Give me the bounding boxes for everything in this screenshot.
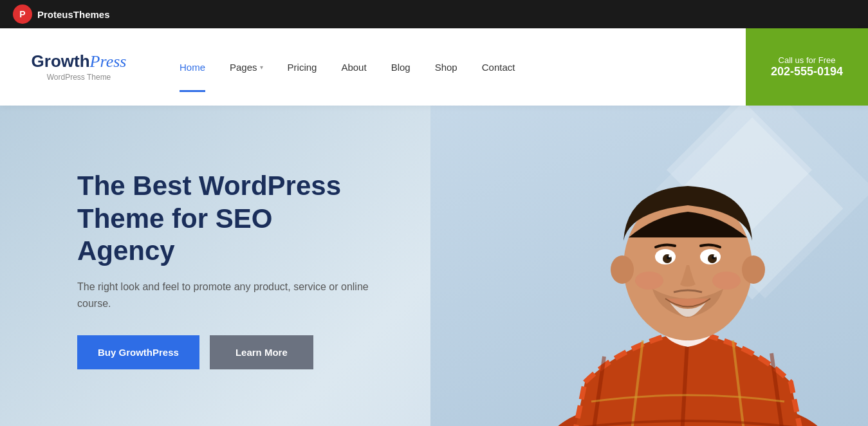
proteus-icon: P bbox=[13, 5, 32, 24]
svg-point-19 bbox=[742, 255, 765, 284]
call-box[interactable]: Call us for Free 202-555-0194 bbox=[746, 28, 868, 106]
nav-link-contact[interactable]: Contact bbox=[473, 55, 524, 79]
nav-link-pricing[interactable]: Pricing bbox=[279, 55, 326, 79]
brand-name: ProteusThemes bbox=[37, 9, 110, 20]
logo-area: GrowthPress WordPress Theme bbox=[0, 28, 158, 106]
hero-content: The Best WordPress Theme for SEO Agency … bbox=[0, 131, 412, 407]
nav-item-home[interactable]: Home bbox=[171, 55, 214, 79]
chevron-down-icon: ▾ bbox=[260, 64, 263, 71]
hero-image-area bbox=[430, 106, 868, 426]
nav-link-pages[interactable]: Pages ▾ bbox=[221, 55, 272, 79]
hero-section: The Best WordPress Theme for SEO Agency … bbox=[0, 106, 868, 426]
nav-item-pricing[interactable]: Pricing bbox=[279, 55, 326, 79]
nav-link-home[interactable]: Home bbox=[171, 55, 214, 79]
nav-item-about[interactable]: About bbox=[332, 55, 375, 79]
svg-point-18 bbox=[611, 255, 634, 284]
call-label: Call us for Free bbox=[779, 55, 836, 65]
nav-item-blog[interactable]: Blog bbox=[382, 55, 420, 79]
hero-buttons: Buy GrowthPress Learn More bbox=[77, 335, 373, 369]
svg-point-14 bbox=[669, 255, 671, 257]
logo-subtitle: WordPress Theme bbox=[47, 73, 111, 82]
svg-point-16 bbox=[635, 272, 663, 290]
main-nav: Home Pages ▾ Pricing About Blog Shop C bbox=[158, 28, 746, 106]
nav-item-pages[interactable]: Pages ▾ bbox=[221, 55, 272, 79]
svg-point-15 bbox=[714, 255, 716, 257]
person-illustration bbox=[527, 112, 849, 426]
learn-more-button[interactable]: Learn More bbox=[210, 335, 313, 369]
nav-menu: Home Pages ▾ Pricing About Blog Shop C bbox=[171, 55, 524, 79]
brand-logo: P ProteusThemes bbox=[13, 5, 110, 24]
nav-link-about[interactable]: About bbox=[332, 55, 375, 79]
svg-point-17 bbox=[712, 272, 741, 290]
hero-subtitle: The right look and feel to promote any p… bbox=[77, 279, 373, 311]
site-header: GrowthPress WordPress Theme Home Pages ▾… bbox=[0, 28, 868, 106]
nav-link-blog[interactable]: Blog bbox=[382, 55, 420, 79]
nav-link-shop[interactable]: Shop bbox=[426, 55, 466, 79]
nav-item-contact[interactable]: Contact bbox=[473, 55, 524, 79]
hero-title: The Best WordPress Theme for SEO Agency bbox=[77, 170, 373, 267]
top-bar: P ProteusThemes bbox=[0, 0, 868, 28]
nav-item-shop[interactable]: Shop bbox=[426, 55, 466, 79]
site-logo[interactable]: GrowthPress bbox=[32, 53, 127, 70]
call-number: 202-555-0194 bbox=[771, 65, 843, 79]
buy-button[interactable]: Buy GrowthPress bbox=[77, 335, 199, 369]
